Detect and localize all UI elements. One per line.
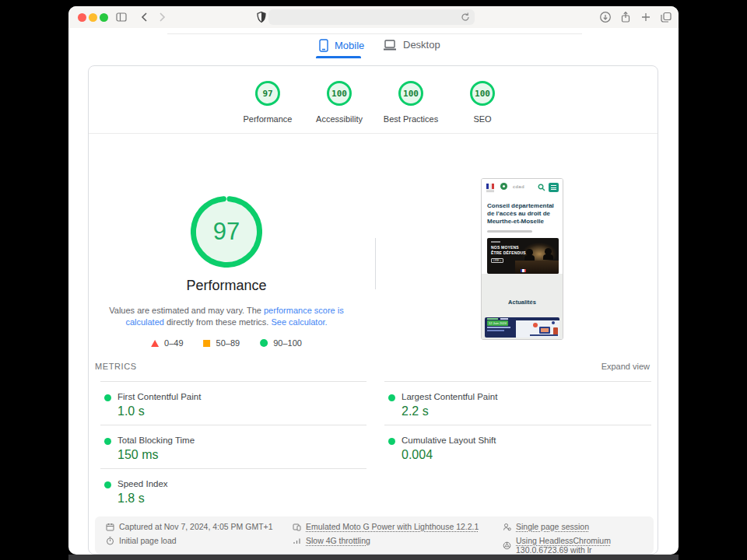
- french-republic-logo: [486, 184, 494, 189]
- forward-icon: [156, 11, 168, 23]
- pass-dot-icon: [104, 438, 111, 445]
- browser-window: Mobile Desktop 97 Performance: [68, 6, 679, 555]
- legend-fail: 0–49: [151, 338, 183, 348]
- minimize-window-button[interactable]: [89, 13, 97, 22]
- meta-captured-at: Captured at Nov 7, 2024, 4:05 PM GMT+1: [106, 522, 273, 531]
- page-header-divider: [167, 33, 582, 34]
- performance-score-gauge[interactable]: 97: [191, 196, 262, 268]
- hamburger-menu-icon: [549, 183, 559, 192]
- search-icon: [538, 184, 545, 191]
- banner-kicker: [491, 241, 500, 243]
- meta-session-type: Single page session: [503, 522, 589, 531]
- screenshot-stage: Mobile Desktop 97 Performance: [0, 0, 747, 560]
- news-section: Actualités 12 Juin 2024: [482, 274, 563, 340]
- new-tab-icon[interactable]: [640, 11, 652, 23]
- fail-triangle-icon: [151, 340, 159, 347]
- calendar-icon: [106, 523, 114, 531]
- summary-gauge-seo[interactable]: 100: [469, 80, 496, 107]
- metric-speed-index: Speed Index 1.8 s: [100, 468, 366, 512]
- cdad-logo: cdad: [513, 184, 524, 189]
- banner-line-2: ÊTRE DÉFENDUS: [491, 250, 526, 255]
- french-flag-icon: [521, 269, 526, 272]
- news-date-badge: 12 Juin 2024: [487, 320, 508, 326]
- sidebar-icon[interactable]: [115, 11, 128, 23]
- description-text: Values are estimated and may vary. The: [109, 306, 264, 315]
- meta-text[interactable]: Using HeadlessChromium 130.0.6723.69 wit…: [516, 536, 654, 555]
- summary-divider: [89, 133, 658, 134]
- pass-dot-icon: [388, 438, 395, 445]
- score-label-seo: SEO: [436, 114, 529, 124]
- meta-browser-version: Using HeadlessChromium 130.0.6723.69 wit…: [503, 536, 654, 555]
- zoom-window-button[interactable]: [100, 13, 108, 22]
- meta-initial-page-load: Initial page load: [106, 536, 177, 545]
- metric-total-blocking-time: Total Blocking Time 150 ms: [100, 425, 366, 468]
- pass-dot-icon: [388, 394, 395, 401]
- score-legend: 0–49 50–89 90–100: [151, 338, 302, 348]
- score-value: 100: [326, 80, 352, 107]
- person-silhouette: [524, 255, 535, 261]
- device-tabbar: Mobile Desktop: [68, 36, 679, 59]
- metric-value: 1.0 s: [117, 404, 145, 418]
- metric-name: First Contentful Paint: [117, 392, 201, 401]
- tabs-overview-icon[interactable]: [660, 11, 672, 23]
- score-description: Values are estimated and may vary. The p…: [96, 305, 357, 328]
- logo-text-lines: [486, 190, 494, 192]
- expand-view-button[interactable]: Expand view: [601, 362, 650, 371]
- news-text-line: [487, 330, 504, 331]
- close-window-button[interactable]: [78, 13, 86, 22]
- back-icon[interactable]: [139, 11, 151, 23]
- shield-icon[interactable]: [255, 11, 268, 23]
- news-card: 12 Juin 2024: [485, 317, 559, 338]
- banner-line-1: NOS MOYENS: [491, 245, 519, 250]
- tab-desktop[interactable]: Desktop: [383, 39, 440, 51]
- metric-first-contentful-paint: First Contentful Paint 1.0 s: [100, 381, 366, 425]
- clock-icon: [106, 537, 114, 545]
- mobile-phone-icon: [319, 39, 328, 52]
- metric-cumulative-layout-shift: Cumulative Layout Shift 0.004: [384, 425, 651, 468]
- pass-dot-icon: [104, 394, 111, 401]
- pass-dot-icon: [104, 481, 111, 488]
- summary-gauge-performance[interactable]: 97: [254, 80, 281, 107]
- meta-text[interactable]: Emulated Moto G Power with Lighthouse 12…: [306, 522, 479, 531]
- metric-name: Speed Index: [117, 479, 168, 488]
- thumbnail-site-header: cdad: [482, 179, 563, 198]
- score-value: 100: [469, 80, 496, 107]
- summary-gauge-best-practices[interactable]: 100: [398, 80, 424, 107]
- desktop-laptop-icon: [383, 40, 397, 51]
- meta-text: Initial page load: [119, 536, 177, 545]
- see-calculator-link[interactable]: See calculator.: [271, 317, 327, 327]
- report-meta-footer: Captured at Nov 7, 2024, 4:05 PM GMT+1 I…: [95, 516, 654, 554]
- network-icon: [293, 537, 301, 545]
- legend-range: 90–100: [273, 338, 302, 348]
- metrics-section-header: METRICS: [95, 362, 137, 371]
- session-icon: [503, 523, 511, 531]
- pass-circle-icon: [260, 339, 268, 347]
- share-icon[interactable]: [619, 11, 632, 23]
- meta-text[interactable]: Single page session: [516, 522, 589, 531]
- window-bottom-edge: [68, 555, 679, 560]
- page-screenshot-thumbnail[interactable]: cdad Conseil départemental de l'accès au…: [481, 178, 563, 340]
- lighthouse-report-card: 97 Performance 100 Accessibility 100 Bes…: [88, 65, 658, 555]
- hero-banner: NOS MOYENS ÊTRE DÉFENDUS LIRE +: [487, 238, 559, 274]
- download-icon[interactable]: [599, 11, 612, 23]
- metric-largest-contentful-paint: Largest Contentful Paint 2.2 s: [384, 381, 651, 425]
- illustration-base: [530, 334, 558, 336]
- site-title: Conseil départemental de l'accès au droi…: [487, 202, 559, 226]
- metric-value: 150 ms: [117, 448, 158, 462]
- summary-gauge-accessibility[interactable]: 100: [326, 80, 352, 107]
- average-square-icon: [204, 340, 211, 347]
- reload-icon[interactable]: [460, 12, 471, 23]
- tab-mobile[interactable]: Mobile: [319, 39, 364, 52]
- performance-title: Performance: [133, 278, 320, 294]
- tab-desktop-label: Desktop: [403, 39, 440, 51]
- address-bar[interactable]: [268, 9, 475, 25]
- legend-pass: 90–100: [260, 338, 302, 348]
- section-vertical-divider: [375, 238, 376, 289]
- score-value: 100: [398, 80, 424, 107]
- description-text: directly from these metrics.: [164, 317, 272, 327]
- news-text-line: [487, 327, 510, 328]
- meta-text[interactable]: Slow 4G throttling: [306, 536, 370, 545]
- illustration-dot: [533, 323, 538, 327]
- meta-emulated-device: Emulated Moto G Power with Lighthouse 12…: [293, 522, 479, 531]
- legend-average: 50–89: [204, 338, 240, 348]
